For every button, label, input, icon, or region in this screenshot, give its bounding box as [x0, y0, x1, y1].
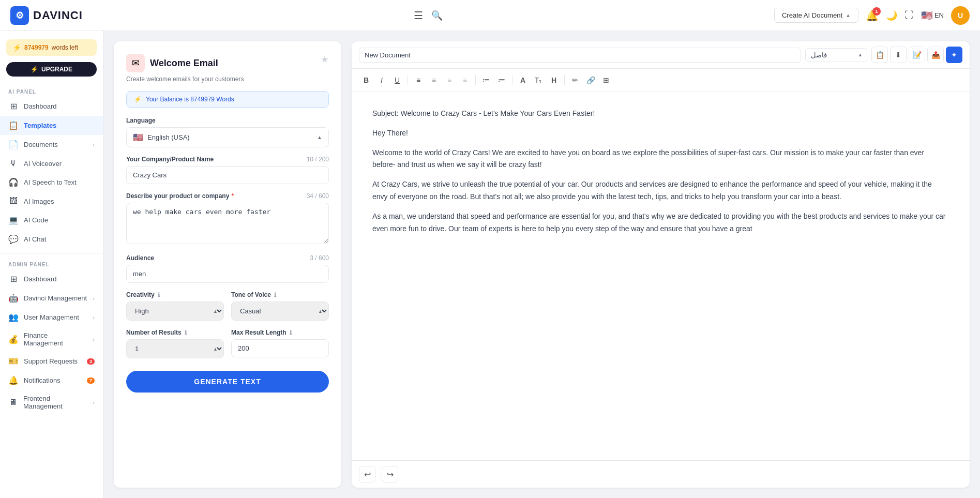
create-ai-doc-button[interactable]: Create AI Document ▲	[774, 8, 858, 23]
star-favorite-icon[interactable]: ★	[321, 54, 329, 65]
sidebar-item-finance-management[interactable]: 💰 Finance Management ›	[0, 327, 103, 352]
creativity-select[interactable]: High Medium Low	[126, 301, 224, 321]
format-unordered-list-button[interactable]: ≔	[494, 73, 509, 87]
email-greeting: Hey There!	[372, 127, 949, 140]
sidebar-item-templates[interactable]: 📋 Templates	[0, 116, 103, 135]
sidebar-item-ai-chat[interactable]: 💬 AI Chat	[0, 230, 103, 249]
documents-icon: 📄	[8, 140, 19, 149]
logo-text: Davinci	[33, 9, 83, 22]
sidebar-item-label: Dashboard	[24, 102, 57, 110]
toolbar-share-icon[interactable]: 📤	[927, 47, 944, 63]
format-font-color-button[interactable]: A	[516, 73, 530, 87]
company-name-input[interactable]	[126, 166, 329, 184]
company-char-count: 10 / 200	[307, 156, 329, 163]
sidebar-item-notifications[interactable]: 🔔 Notifications 7	[0, 371, 103, 390]
sidebar-item-label: AI Voiceover	[24, 160, 62, 168]
email-subject: Subject: Welcome to Crazy Cars - Let's M…	[372, 108, 949, 120]
format-align-left-button[interactable]: ≡	[411, 73, 426, 87]
sidebar-item-ai-voiceover[interactable]: 🎙 AI Voiceover	[0, 154, 103, 173]
sidebar-item-label: AI Chat	[24, 235, 46, 243]
sidebar: ⚡ 8749979 words left ⚡ UPGRADE AI PANEL …	[0, 31, 103, 498]
undo-button[interactable]: ↩	[359, 466, 375, 482]
format-align-center-button[interactable]: ≡	[427, 73, 441, 87]
sidebar-item-documents[interactable]: 📄 Documents ›	[0, 135, 103, 154]
max-length-info-icon: ℹ	[290, 329, 292, 336]
generate-text-button[interactable]: GENERATE TEXT	[126, 371, 329, 393]
sidebar-item-ai-speech-to-text[interactable]: 🎧 AI Speech to Text	[0, 173, 103, 192]
theme-toggle-icon[interactable]: 🌙	[886, 10, 897, 21]
sidebar-item-support-requests[interactable]: 🎫 Support Requests 3	[0, 352, 103, 371]
search-icon[interactable]: 🔍	[431, 10, 443, 21]
format-table-button[interactable]: ⊞	[599, 73, 613, 87]
user-avatar[interactable]: U	[951, 6, 970, 25]
sidebar-item-davinci-management[interactable]: 🤖 Davinci Management ›	[0, 289, 103, 308]
describe-textarea[interactable]: we help make cars even more faster	[126, 203, 329, 244]
results-select[interactable]: 1 2 3	[126, 339, 224, 358]
balance-label: Your Balance is 8749979 Words	[146, 96, 234, 103]
sidebar-item-admin-dashboard[interactable]: ⊞ Dashboard	[0, 269, 103, 289]
sidebar-item-label: Notifications	[24, 376, 61, 384]
sidebar-item-ai-code[interactable]: 💻 AI Code	[0, 210, 103, 230]
language-button[interactable]: 🇺🇸 EN	[921, 10, 944, 21]
describe-form-group: Describe your product or company * 34 / …	[126, 192, 329, 246]
document-title-input[interactable]	[359, 48, 801, 63]
toolbar-ai-icon[interactable]: ✦	[946, 47, 962, 63]
images-icon: 🖼	[8, 197, 19, 206]
arabic-text-select[interactable]: فاصل	[805, 48, 867, 62]
tone-select[interactable]: Casual Formal Friendly	[231, 301, 329, 321]
results-info-icon: ℹ	[185, 329, 187, 336]
sidebar-item-user-management[interactable]: 👥 User Management ›	[0, 308, 103, 327]
logo[interactable]: ⚙ Davinci	[10, 6, 83, 25]
user-mgmt-icon: 👥	[8, 312, 19, 322]
audience-form-group: Audience 3 / 600	[126, 254, 329, 283]
format-pen-button[interactable]: ✏	[568, 73, 582, 87]
format-justify-button[interactable]: ≡	[458, 73, 472, 87]
format-align-right-button[interactable]: ≡	[442, 73, 457, 87]
notifications-icon: 🔔	[8, 375, 19, 385]
code-icon: 💻	[8, 215, 19, 225]
arabic-label: فاصل	[811, 51, 827, 59]
creativity-select-wrapper: High Medium Low	[126, 301, 224, 321]
sidebar-item-dashboard[interactable]: ⊞ Dashboard	[0, 97, 103, 116]
editor-body[interactable]: Subject: Welcome to Crazy Cars - Let's M…	[352, 92, 970, 460]
admin-panel-label: ADMIN PANEL	[0, 258, 103, 269]
bolt-icon: ⚡	[31, 66, 38, 73]
chevron-right-icon: ›	[93, 336, 95, 342]
max-length-input[interactable]	[231, 339, 329, 357]
creativity-form-group: Creativity ℹ High Medium Low	[126, 291, 224, 321]
results-select-wrapper: 1 2 3	[126, 339, 224, 358]
upgrade-button[interactable]: ⚡ UPGRADE	[6, 62, 97, 77]
format-link-button[interactable]: 🔗	[583, 73, 598, 87]
format-heading-button[interactable]: H	[547, 73, 561, 87]
chevron-down-icon: ▲	[846, 12, 851, 18]
notification-bell[interactable]: 🔔 1	[866, 9, 879, 22]
sidebar-item-label: AI Speech to Text	[24, 178, 77, 186]
format-italic-button[interactable]: I	[374, 73, 389, 87]
email-icon: ✉	[132, 57, 140, 69]
toolbar-copy-icon[interactable]: 📋	[871, 47, 888, 63]
chevron-right-icon: ›	[93, 399, 95, 405]
templates-icon: 📋	[8, 120, 19, 130]
sidebar-words-balance: ⚡ 8749979 words left	[6, 39, 97, 56]
editor-format-bar: B I U ≡ ≡ ≡ ≡ ≔ ≔ A T₁ H ✏ 🔗 ⊞	[352, 69, 970, 92]
max-length-form-group: Max Result Length ℹ	[231, 329, 329, 358]
language-form-group: Language 🇺🇸 English (USA) ▲	[126, 117, 329, 147]
toolbar-download-icon[interactable]: ⬇	[890, 47, 907, 63]
format-bold-button[interactable]: B	[359, 73, 373, 87]
language-select[interactable]: 🇺🇸 English (USA) ▲	[126, 127, 329, 147]
sidebar-item-label: Templates	[24, 122, 56, 129]
sidebar-item-label: Finance Management	[24, 331, 87, 347]
fullscreen-icon[interactable]: ⛶	[904, 10, 914, 21]
sidebar-item-label: Documents	[24, 141, 58, 148]
sidebar-item-ai-images[interactable]: 🖼 AI Images	[0, 192, 103, 210]
creativity-info-icon: ℹ	[158, 292, 160, 298]
sidebar-item-frontend-management[interactable]: 🖥 Frontend Management ›	[0, 390, 103, 415]
format-ordered-list-button[interactable]: ≔	[479, 73, 493, 87]
redo-button[interactable]: ↪	[382, 466, 398, 482]
format-underline-button[interactable]: U	[390, 73, 404, 87]
email-para2: At Crazy Cars, we strive to unleash the …	[372, 178, 949, 203]
toolbar-file-icon[interactable]: 📝	[909, 47, 925, 63]
format-text-size-button[interactable]: T₁	[531, 73, 546, 87]
audience-input[interactable]	[126, 265, 329, 283]
hamburger-icon[interactable]: ☰	[414, 9, 423, 22]
